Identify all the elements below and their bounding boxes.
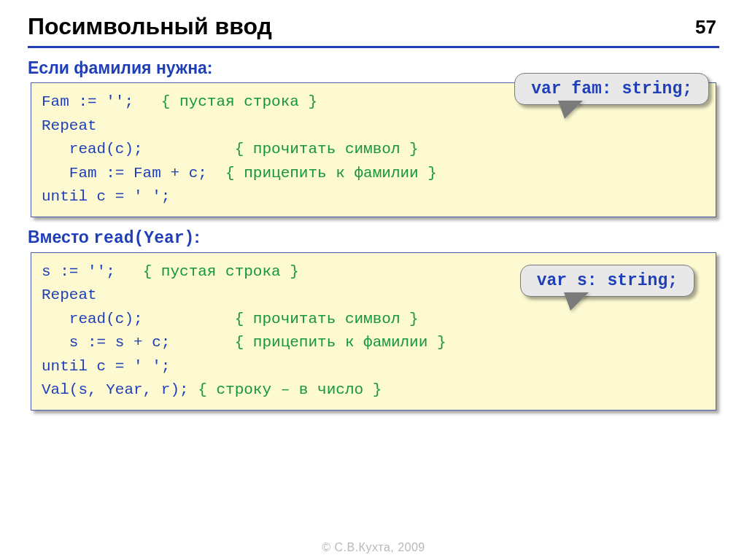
- code-comment: { прицепить к фамилии }: [235, 334, 446, 351]
- callout-tail-icon: [565, 293, 588, 311]
- section2-heading: Вместо read(Year):: [28, 228, 719, 248]
- callout-2-wrap: var s: string;: [520, 265, 694, 297]
- code-line: Repeat: [42, 287, 97, 303]
- code-line: Val(s, Year, r);: [42, 381, 198, 398]
- callout-var-fam: var fam: string;: [514, 73, 709, 105]
- code-line: s := '';: [42, 263, 143, 280]
- code-line: Repeat: [42, 117, 97, 134]
- code-line: read(c);: [42, 141, 235, 158]
- code-comment: { пустая строка }: [143, 263, 299, 280]
- callout-text: var fam: string;: [531, 79, 692, 98]
- code-comment: { пустая строка }: [161, 93, 317, 110]
- code-comment: { прочитать символ }: [235, 141, 419, 158]
- code-line: Fam := Fam + c;: [42, 165, 225, 182]
- heading-mono: read(Year): [93, 229, 194, 248]
- page-number: 57: [695, 16, 716, 39]
- code-comment: { прицепить к фамилии }: [225, 165, 437, 182]
- code-line: read(c);: [42, 311, 235, 327]
- code-comment: { строку – в число }: [198, 381, 382, 398]
- title-rule: [28, 46, 719, 48]
- slide-title: Посимвольный ввод: [28, 13, 719, 40]
- footer-copyright: © С.В.Кухта, 2009: [0, 541, 747, 554]
- heading-text-pre: Вместо: [28, 228, 93, 246]
- code-line: s := s + c;: [42, 334, 235, 351]
- code-line: until c = ' ';: [42, 188, 170, 205]
- callout-1-wrap: var fam: string;: [514, 73, 709, 105]
- slide: 57 Посимвольный ввод var fam: string; Ес…: [0, 0, 747, 560]
- callout-var-s: var s: string;: [520, 265, 694, 297]
- code-line: Fam := '';: [42, 93, 161, 110]
- code-line: until c = ' ';: [42, 358, 170, 375]
- callout-tail-icon: [559, 101, 582, 119]
- callout-text: var s: string;: [537, 271, 678, 290]
- heading-text-post: :: [194, 228, 200, 246]
- code-comment: { прочитать символ }: [235, 311, 419, 327]
